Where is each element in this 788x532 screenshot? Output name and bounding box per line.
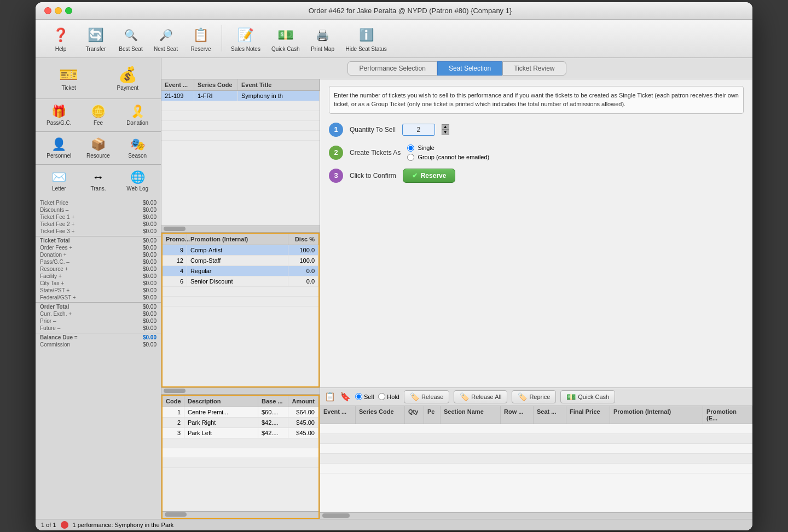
tickets-hscrollbar[interactable] [320, 512, 752, 519]
seat-selection-panel: Enter the number of tickets you wish to … [320, 79, 752, 388]
group-radio[interactable] [407, 154, 414, 161]
main-content: 🎫 Ticket 💰 Payment 🎁 Pass/G.C. 🪙 Fee [36, 58, 752, 519]
price-code: 3 [163, 428, 184, 438]
future-label: Future – [40, 325, 60, 331]
qty-controls: ▲ ▼ [442, 124, 449, 135]
price-row[interactable]: 2 Park Right $42.... $45.00 [163, 418, 318, 428]
hold-radio-option[interactable]: Hold [378, 393, 399, 400]
hold-radio[interactable] [378, 393, 385, 400]
personnel-icon: 👤 [51, 137, 66, 152]
event-cell: 21-109 [161, 91, 194, 101]
single-radio[interactable] [407, 144, 414, 152]
promo-row[interactable]: 4 Regular 0.0 [163, 266, 318, 276]
promo-code-cell: 9 [163, 245, 187, 255]
ticket-total-value: $0.00 [143, 238, 157, 244]
reserve-button[interactable]: 📋 Reserve [184, 23, 217, 54]
left-top-icons: 🎫 Ticket 💰 Payment [36, 58, 161, 99]
facility-label: Facility + [40, 273, 62, 279]
ticket-button[interactable]: 🎫 Ticket [40, 62, 98, 94]
maximize-button[interactable] [65, 7, 72, 14]
hide-seat-status-icon: ℹ️ [356, 25, 376, 45]
left-row2: 🎁 Pass/G.C. 🪙 Fee 🎗️ Donation [36, 99, 161, 132]
traffic-lights [44, 7, 72, 14]
amount-col-header: Amount [288, 396, 318, 407]
events-hscrollbar[interactable] [161, 225, 320, 232]
ticket-price-value: $0.00 [143, 200, 157, 206]
minimize-button[interactable] [55, 7, 62, 14]
order-summary: Ticket Price $0.00 Discounts – $0.00 Tic… [36, 197, 161, 519]
promotions-table-body: 9 Comp-Artist 100.0 12 Comp-Staff 100.0 … [163, 245, 318, 386]
sell-radio[interactable] [355, 393, 362, 400]
trans-button[interactable]: ↔️ Trans. [79, 167, 118, 195]
transfer-icon: 🔄 [86, 25, 106, 45]
price-row[interactable]: 3 Park Left $42.... $45.00 [163, 428, 318, 438]
price-hscrollbar-thumb[interactable] [164, 389, 186, 393]
step1-circle: 1 [329, 123, 343, 137]
curr-exch-row: Curr. Exch. + $0.00 [36, 310, 161, 317]
city-tax-value: $0.00 [143, 280, 157, 286]
promo-row[interactable]: 6 Senior Discount 0.0 [163, 276, 318, 287]
reprice-button[interactable]: 🏷️ Reprice [512, 390, 556, 403]
curr-exch-label: Curr. Exch. + [40, 311, 72, 317]
help-button[interactable]: ❓ Help [44, 23, 77, 54]
table-row-empty4 [161, 131, 320, 141]
sell-radio-option[interactable]: Sell [355, 393, 374, 400]
tickets-hscrollbar-thumb[interactable] [322, 513, 350, 518]
price-amount: $64.00 [288, 407, 318, 417]
price-row[interactable]: 1 Centre Premi... $60.... $64.00 [163, 407, 318, 418]
events-hscrollbar-thumb[interactable] [164, 227, 186, 231]
donation-button[interactable]: 🎗️ Donation [118, 101, 157, 129]
tickets-section: 📋 🔖 Sell Hold 🏷️ Release [320, 388, 752, 519]
resource-button[interactable]: 📦 Resource [79, 134, 118, 162]
personnel-button[interactable]: 👤 Personnel [40, 134, 78, 162]
price-list-hscrollbar-thumb[interactable] [165, 512, 187, 517]
bottom-area: Code Description Base ... Amount 1 Centr… [161, 388, 752, 519]
bottom-toolbar: 📋 🔖 Sell Hold 🏷️ Release [320, 388, 752, 406]
sales-notes-button[interactable]: 📝 Sales Notes [227, 23, 265, 54]
tab-ticket-review[interactable]: Ticket Review [502, 61, 566, 76]
best-seat-button[interactable]: 🔍 Best Seat [114, 23, 147, 54]
tab-seat-selection[interactable]: Seat Selection [437, 61, 502, 76]
promo-desc-cell: Comp-Artist [187, 245, 288, 255]
price-list-section: Code Description Base ... Amount 1 Centr… [161, 388, 320, 519]
transfer-button[interactable]: 🔄 Transfer [79, 23, 112, 54]
next-seat-icon: 🔎 [156, 25, 176, 45]
release-all-label: Release All [471, 394, 501, 400]
promo-row[interactable]: 9 Comp-Artist 100.0 [163, 245, 318, 256]
next-seat-label: Next Seat [154, 46, 178, 52]
qty-down-button[interactable]: ▼ [442, 130, 449, 135]
tab-performance-selection[interactable]: Performance Selection [347, 61, 437, 76]
payment-label: Payment [117, 85, 138, 91]
ticket-fee2-row: Ticket Fee 2 + $0.00 [36, 221, 161, 228]
promo-row[interactable]: 12 Comp-Staff 100.0 [163, 256, 318, 266]
close-button[interactable] [44, 7, 51, 14]
group-radio-option[interactable]: Group (cannot be emailed) [407, 154, 489, 161]
quantity-input[interactable] [402, 124, 435, 136]
print-map-button[interactable]: 🖨️ Print Map [306, 23, 339, 54]
web-log-button[interactable]: 🌐 Web Log [118, 167, 157, 195]
ticket-row-empty3 [320, 444, 752, 454]
help-icon: ❓ [51, 25, 71, 45]
qty-up-button[interactable]: ▲ [442, 124, 449, 130]
quick-cash-button[interactable]: 💵 Quick Cash [267, 23, 304, 54]
price-list-hscrollbar[interactable] [163, 511, 318, 518]
next-seat-button[interactable]: 🔎 Next Seat [149, 23, 182, 54]
letter-button[interactable]: ✉️ Letter [40, 167, 78, 195]
release-button[interactable]: 🏷️ Release [404, 390, 449, 403]
season-button[interactable]: 🎭 Season [118, 134, 157, 162]
release-all-button[interactable]: 🏷️ Release All [454, 390, 507, 403]
single-radio-option[interactable]: Single [407, 144, 489, 152]
ticket-row-empty5 [320, 464, 752, 473]
payment-button[interactable]: 💰 Payment [99, 62, 157, 94]
statusbar: 1 of 1 1 performance: Symphony in the Pa… [36, 519, 752, 530]
fee-button[interactable]: 🪙 Fee [79, 101, 118, 129]
bottom-quick-cash-button[interactable]: 💵 Quick Cash [560, 390, 615, 403]
confirm-reserve-button[interactable]: ✔ Reserve [403, 169, 456, 183]
price-list-body: 1 Centre Premi... $60.... $64.00 2 Park … [163, 407, 318, 511]
hide-seat-status-button[interactable]: ℹ️ Hide Seat Status [341, 23, 391, 54]
window-title: Order #462 for Jake Peralta @ NYPD (Patr… [77, 7, 744, 15]
t-series-header: Series Code [356, 406, 405, 424]
ticket-fee3-value: $0.00 [143, 228, 157, 234]
pass-gc-button[interactable]: 🎁 Pass/G.C. [40, 101, 78, 129]
table-row[interactable]: 21-109 1-FRI Symphony in th [161, 91, 320, 101]
